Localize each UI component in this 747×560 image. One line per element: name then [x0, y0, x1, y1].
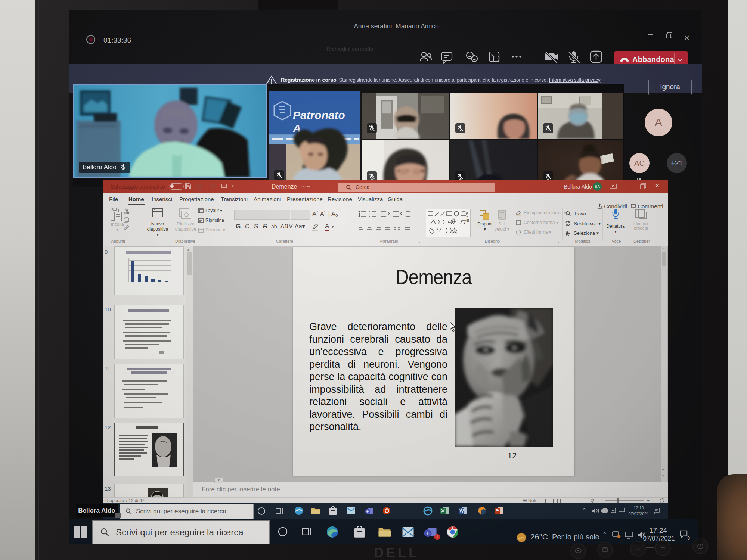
svg-text:1: 1 [436, 535, 438, 539]
svg-text:Patronato: Patronato [293, 109, 345, 121]
